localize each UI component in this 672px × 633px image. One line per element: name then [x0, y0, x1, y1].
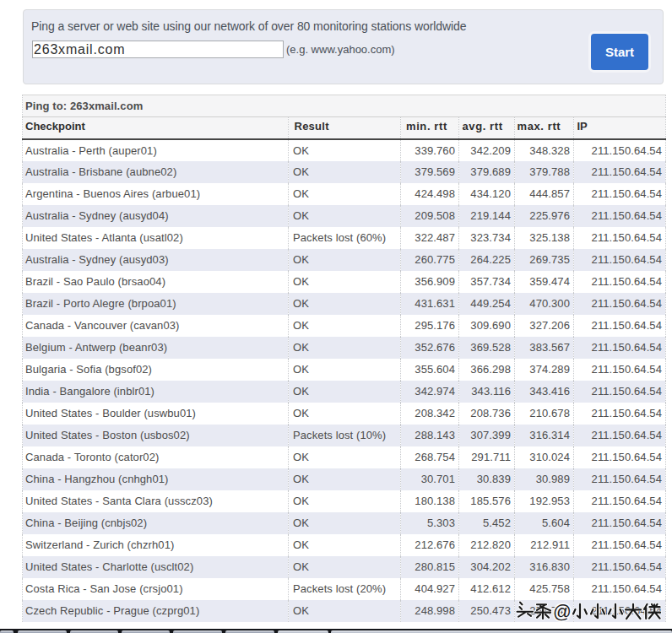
- svg-text:@: @: [553, 602, 572, 622]
